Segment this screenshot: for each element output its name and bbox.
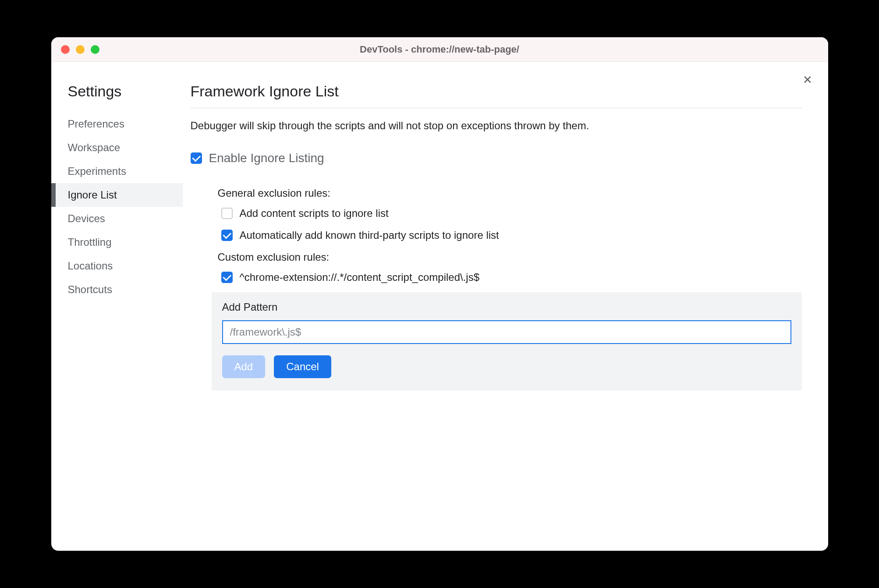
- sidebar-item-preferences[interactable]: Preferences: [51, 112, 183, 136]
- content-area: ✕ Settings Preferences Workspace Experim…: [51, 62, 828, 551]
- custom-rule-checkbox[interactable]: [221, 272, 233, 283]
- custom-rule-row: ^chrome-extension://.*/content_script_co…: [218, 271, 802, 283]
- custom-rule-pattern: ^chrome-extension://.*/content_script_co…: [240, 271, 480, 283]
- sidebar-title: Settings: [51, 83, 183, 112]
- pattern-button-row: Add Cancel: [222, 355, 791, 378]
- sidebar-item-throttling[interactable]: Throttling: [51, 230, 183, 254]
- sidebar-item-devices[interactable]: Devices: [51, 207, 183, 230]
- sidebar-item-shortcuts[interactable]: Shortcuts: [51, 278, 183, 301]
- cancel-button[interactable]: Cancel: [274, 355, 331, 378]
- main-panel: Framework Ignore List Debugger will skip…: [183, 62, 828, 551]
- enable-ignore-listing-row: Enable Ignore Listing: [191, 151, 802, 165]
- minimize-window-button[interactable]: [76, 45, 85, 54]
- close-panel-button[interactable]: ✕: [803, 74, 812, 85]
- content-scripts-label: Add content scripts to ignore list: [240, 207, 389, 220]
- add-button[interactable]: Add: [222, 355, 266, 378]
- general-rules-label: General exclusion rules:: [218, 187, 802, 199]
- window-title: DevTools - chrome://new-tab-page/: [360, 44, 519, 55]
- general-rule-row: Add content scripts to ignore list: [218, 207, 802, 220]
- page-description: Debugger will skip through the scripts a…: [191, 120, 802, 132]
- third-party-scripts-checkbox[interactable]: [221, 230, 233, 241]
- window-controls: [51, 45, 99, 54]
- enable-ignore-listing-checkbox[interactable]: [191, 152, 202, 164]
- sidebar-item-ignore-list[interactable]: Ignore List: [51, 183, 183, 207]
- titlebar: DevTools - chrome://new-tab-page/: [51, 37, 828, 62]
- add-pattern-panel: Add Pattern Add Cancel: [212, 292, 802, 390]
- enable-ignore-listing-label: Enable Ignore Listing: [209, 151, 324, 165]
- sidebar-item-experiments[interactable]: Experiments: [51, 159, 183, 183]
- page-title: Framework Ignore List: [191, 83, 802, 108]
- sidebar-item-workspace[interactable]: Workspace: [51, 136, 183, 159]
- custom-rules-label: Custom exclusion rules:: [218, 251, 802, 263]
- general-rule-row: Automatically add known third-party scri…: [218, 229, 802, 241]
- maximize-window-button[interactable]: [91, 45, 99, 54]
- content-scripts-checkbox[interactable]: [221, 208, 233, 219]
- rules-section: General exclusion rules: Add content scr…: [191, 187, 802, 390]
- settings-sidebar: Settings Preferences Workspace Experimen…: [51, 62, 183, 551]
- close-window-button[interactable]: [61, 45, 70, 54]
- sidebar-item-locations[interactable]: Locations: [51, 254, 183, 278]
- add-pattern-label: Add Pattern: [222, 301, 791, 313]
- third-party-scripts-label: Automatically add known third-party scri…: [240, 229, 499, 241]
- pattern-input[interactable]: [222, 320, 791, 344]
- devtools-settings-window: DevTools - chrome://new-tab-page/ ✕ Sett…: [51, 37, 828, 551]
